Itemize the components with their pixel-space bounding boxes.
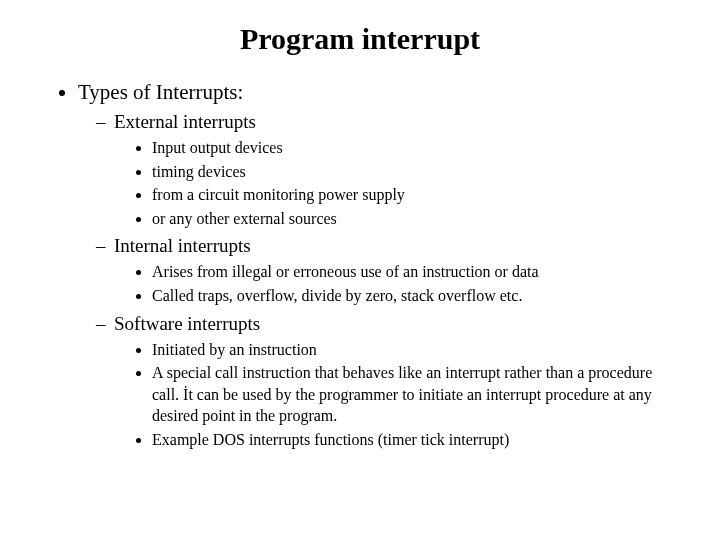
bullet-list-level3-external: Input output devices timing devices from… — [114, 137, 670, 229]
l3-internal-1: Called traps, overflow, divide by zero, … — [152, 285, 670, 307]
bullet-list-level1: Types of Interrupts: External interrupts… — [50, 80, 670, 451]
bullet-list-level3-software: Initiated by an instruction A special ca… — [114, 339, 670, 451]
l3-external-0: Input output devices — [152, 137, 670, 159]
l2-item-external-label: External interrupts — [114, 111, 256, 132]
l3-software-2: Example DOS interrupts functions (timer … — [152, 429, 670, 451]
l3-external-1: timing devices — [152, 161, 670, 183]
l1-item-types-label: Types of Interrupts: — [78, 80, 243, 104]
l2-item-internal-label: Internal interrupts — [114, 235, 251, 256]
l2-item-software-label: Software interrupts — [114, 313, 260, 334]
l2-item-external: External interrupts Input output devices… — [96, 111, 670, 229]
l2-item-software: Software interrupts Initiated by an inst… — [96, 313, 670, 451]
l2-item-internal: Internal interrupts Arises from illegal … — [96, 235, 670, 306]
l1-item-types: Types of Interrupts: External interrupts… — [78, 80, 670, 451]
slide-title: Program interrupt — [50, 22, 670, 56]
slide: Program interrupt Types of Interrupts: E… — [0, 0, 720, 540]
l3-external-3: or any other external sources — [152, 208, 670, 230]
bullet-list-level3-internal: Arises from illegal or erroneous use of … — [114, 261, 670, 306]
l3-software-1: A special call instruction that behaves … — [152, 362, 670, 427]
l3-external-2: from a circuit monitoring power supply — [152, 184, 670, 206]
l3-internal-0: Arises from illegal or erroneous use of … — [152, 261, 670, 283]
l3-software-0: Initiated by an instruction — [152, 339, 670, 361]
bullet-list-level2: External interrupts Input output devices… — [78, 111, 670, 451]
